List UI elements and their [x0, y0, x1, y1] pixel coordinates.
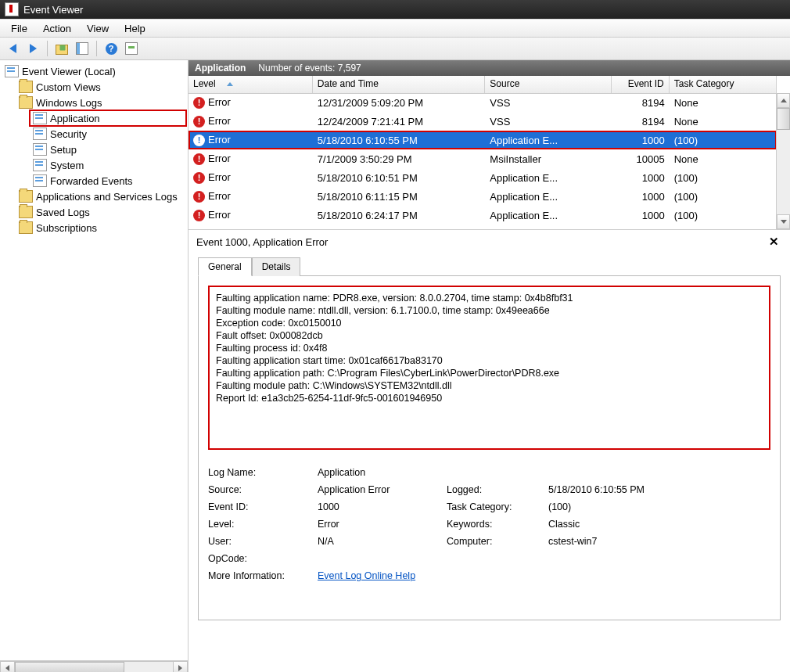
folder-refresh-icon [56, 45, 68, 55]
log-icon [33, 174, 47, 187]
cell-source: Application E... [485, 172, 612, 184]
table-row[interactable]: !Error7/1/2009 3:50:29 PMMsiInstaller100… [189, 149, 777, 168]
label-log-name: Log Name: [208, 467, 318, 478]
refresh-button[interactable] [52, 39, 71, 58]
tree-apps-services-logs[interactable]: Applications and Services Logs [16, 189, 186, 204]
help-icon: ? [106, 43, 117, 55]
arrow-left-icon [9, 44, 16, 53]
cell-date: 12/31/2009 5:09:20 PM [313, 97, 485, 109]
cell-level: !Error [189, 153, 313, 165]
tree-system[interactable]: System [30, 157, 186, 173]
tree-label: Windows Logs [36, 97, 102, 109]
chevron-right-icon [178, 665, 182, 671]
tree-custom-views[interactable]: Custom Views [16, 79, 186, 95]
cell-level: !Error [189, 115, 313, 128]
table-row[interactable]: !Error12/24/2009 7:21:41 PMVSS8194None [189, 112, 777, 131]
cell-event-id: 10005 [612, 153, 670, 165]
scroll-thumb[interactable] [15, 662, 124, 672]
menu-bar: File Action View Help [0, 19, 790, 38]
scroll-thumb[interactable] [777, 108, 790, 130]
tree-setup[interactable]: Setup [30, 142, 186, 157]
tree-forwarded[interactable]: Forwarded Events [30, 173, 186, 189]
label-more-info: More Information: [208, 570, 318, 581]
value-event-id: 1000 [318, 501, 447, 512]
value-level: Error [318, 519, 447, 530]
scroll-track[interactable] [777, 108, 790, 214]
cell-task: None [670, 153, 777, 165]
nav-tree[interactable]: Event Viewer (Local) Custom Views Window… [0, 60, 188, 660]
tree-subscriptions[interactable]: Subscriptions [16, 220, 186, 235]
label-logged: Logged: [447, 484, 548, 495]
properties-button[interactable] [73, 39, 92, 58]
tree-label: Security [50, 128, 87, 140]
value-user: N/A [318, 536, 447, 547]
toolbar-separator [96, 41, 97, 56]
cell-event-id: 1000 [612, 135, 670, 146]
menu-help[interactable]: Help [117, 21, 153, 36]
menu-view[interactable]: View [79, 21, 117, 36]
main-area: Event Viewer (Local) Custom Views Window… [0, 60, 790, 672]
sort-indicator-icon [227, 82, 233, 86]
event-grid: Level Date and Time Source Event ID Task… [189, 76, 790, 230]
event-message: Faulting application name: PDR8.exe, ver… [208, 286, 770, 450]
cell-task: None [670, 116, 777, 128]
cell-source: VSS [485, 97, 612, 109]
preview-button[interactable] [122, 39, 141, 58]
content-header-title: Application [195, 63, 246, 74]
column-task[interactable]: Task Category [670, 76, 777, 93]
menu-action[interactable]: Action [35, 21, 79, 36]
close-details-button[interactable]: ✕ [766, 235, 782, 249]
value-computer: cstest-win7 [548, 536, 598, 547]
table-row[interactable]: !Error12/31/2009 5:09:20 PMVSS8194None [189, 93, 777, 112]
tree-label: Subscriptions [36, 222, 97, 234]
details-title-bar: Event 1000, Application Error ✕ [192, 230, 787, 252]
tree-label: Saved Logs [36, 207, 90, 218]
details-pane: Event 1000, Application Error ✕ General … [189, 230, 790, 672]
table-row[interactable]: !Error5/18/2010 6:10:51 PMApplication E.… [189, 168, 777, 187]
tree-label: Forwarded Events [50, 175, 133, 187]
table-row[interactable]: !Error5/18/2010 6:10:55 PMApplication E.… [189, 131, 777, 149]
column-level[interactable]: Level [189, 76, 313, 93]
back-button[interactable] [3, 39, 22, 58]
toolbar: ? [0, 38, 790, 60]
cell-level: !Error [189, 171, 313, 184]
tree-root-label: Event Viewer (Local) [22, 66, 116, 77]
column-date[interactable]: Date and Time [313, 76, 485, 93]
tree-label: Application [50, 113, 100, 124]
column-source[interactable]: Source [485, 76, 612, 93]
cell-task: (100) [670, 172, 777, 184]
tree-root[interactable]: Event Viewer (Local) [2, 63, 186, 79]
scroll-down-button[interactable] [777, 214, 790, 229]
grid-body[interactable]: !Error12/31/2009 5:09:20 PMVSS8194None!E… [189, 93, 777, 229]
help-button[interactable]: ? [102, 39, 120, 58]
table-row[interactable]: !Error5/18/2010 6:11:15 PMApplication E.… [189, 187, 777, 206]
grid-scrollbar[interactable] [776, 93, 790, 229]
tree-application[interactable]: Application [30, 110, 186, 126]
cell-event-id: 1000 [612, 191, 670, 203]
tab-details[interactable]: Details [252, 257, 301, 276]
tree-security[interactable]: Security [30, 126, 186, 142]
tree-saved-logs[interactable]: Saved Logs [16, 204, 186, 220]
forward-button[interactable] [23, 39, 42, 58]
folder-icon [19, 96, 33, 109]
scroll-track[interactable] [15, 661, 173, 672]
nav-scrollbar[interactable] [0, 660, 188, 672]
scroll-left-button[interactable] [0, 661, 15, 672]
cell-event-id: 8194 [612, 97, 670, 109]
tab-general[interactable]: General [198, 257, 252, 276]
cell-level: !Error [189, 134, 313, 146]
label-keywords: Keywords: [447, 519, 548, 530]
tree-label: System [50, 160, 84, 171]
label-task: Task Category: [447, 501, 548, 512]
link-more-info[interactable]: Event Log Online Help [318, 570, 447, 581]
menu-file[interactable]: File [3, 21, 35, 36]
label-opcode: OpCode: [208, 553, 318, 564]
column-event-id[interactable]: Event ID [612, 76, 670, 93]
chevron-left-icon [5, 665, 9, 671]
scroll-up-button[interactable] [777, 93, 790, 108]
tree-windows-logs[interactable]: Windows Logs [16, 95, 186, 110]
cell-date: 5/18/2010 6:10:55 PM [313, 135, 485, 146]
scroll-right-button[interactable] [173, 661, 188, 672]
cell-task: (100) [670, 191, 777, 203]
table-row[interactable]: !Error5/18/2010 6:24:17 PMApplication E.… [189, 206, 777, 225]
